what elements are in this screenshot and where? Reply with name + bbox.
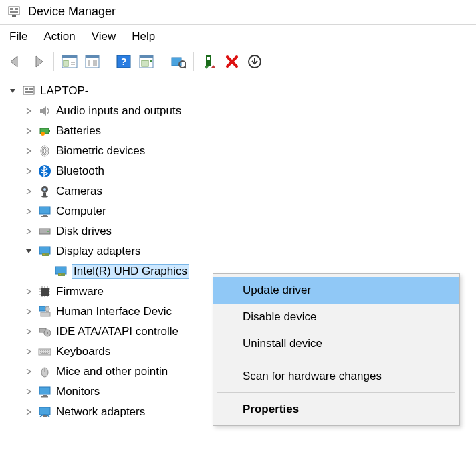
bluetooth-icon xyxy=(37,164,52,179)
monitor-icon xyxy=(37,384,52,399)
ctx-scan-hardware[interactable]: Scan for hardware changes xyxy=(213,363,459,390)
disk-icon xyxy=(37,224,52,239)
chevron-right-icon[interactable] xyxy=(24,126,33,136)
svg-rect-35 xyxy=(39,207,50,214)
ctx-properties[interactable]: Properties xyxy=(213,396,459,423)
tree-item-label: IDE ATA/ATAPI controlle xyxy=(56,325,178,338)
tree-item-computer[interactable]: Computer xyxy=(24,201,476,221)
ctx-update-driver[interactable]: Update driver xyxy=(213,277,459,304)
tree-item-biometric[interactable]: Biometric devices xyxy=(24,141,476,161)
tree-item-label: Keyboards xyxy=(56,345,110,358)
scan-hardware-button[interactable] xyxy=(136,52,156,71)
tree-item-label: Intel(R) UHD Graphics xyxy=(72,265,189,278)
chevron-right-icon[interactable] xyxy=(24,387,33,396)
svg-rect-56 xyxy=(43,395,47,396)
chevron-right-icon[interactable] xyxy=(24,327,33,336)
uninstall-device-button[interactable] xyxy=(222,52,242,71)
menu-help[interactable]: Help xyxy=(132,30,155,43)
svg-point-52 xyxy=(47,332,48,334)
chevron-right-icon[interactable] xyxy=(24,166,33,176)
ctx-separator xyxy=(217,360,455,360)
device-manager-icon xyxy=(7,4,21,19)
svg-point-39 xyxy=(47,231,49,232)
ctx-uninstall-device[interactable]: Uninstall device xyxy=(213,330,459,357)
svg-rect-14 xyxy=(142,60,148,66)
tree-item-display-adapters[interactable]: Display adapters xyxy=(24,241,476,261)
tree-item-label: Monitors xyxy=(56,385,100,398)
show-hide-tree-button[interactable] xyxy=(60,52,80,71)
chevron-right-icon[interactable] xyxy=(24,146,33,156)
camera-icon xyxy=(37,184,52,199)
keyboard-icon xyxy=(37,344,52,359)
window-title: Device Manager xyxy=(28,5,116,19)
svg-rect-57 xyxy=(41,396,48,398)
chevron-right-icon[interactable] xyxy=(24,207,33,216)
tree-item-bluetooth[interactable]: Bluetooth xyxy=(24,161,476,181)
svg-rect-36 xyxy=(43,215,47,216)
svg-rect-55 xyxy=(39,387,50,394)
enable-device-button[interactable] xyxy=(199,52,219,71)
tree-item-label: Cameras xyxy=(56,185,102,198)
back-button[interactable] xyxy=(5,52,25,71)
tree-item-label: Biometric devices xyxy=(56,144,145,158)
chevron-right-icon[interactable] xyxy=(24,227,33,236)
tree-item-disk-drives[interactable]: Disk drives xyxy=(24,221,476,241)
tree-item-label: Firmware xyxy=(56,285,104,298)
chevron-down-icon[interactable] xyxy=(8,86,17,96)
svg-rect-6 xyxy=(62,55,77,58)
svg-rect-48 xyxy=(41,312,50,316)
speaker-icon xyxy=(37,104,52,118)
network-icon xyxy=(37,405,52,419)
install-legacy-button[interactable] xyxy=(245,52,265,71)
chevron-right-icon[interactable] xyxy=(24,106,33,116)
svg-point-32 xyxy=(43,188,46,191)
chevron-down-icon[interactable] xyxy=(24,247,33,256)
svg-rect-20 xyxy=(23,86,34,94)
svg-rect-22 xyxy=(29,88,33,90)
svg-rect-46 xyxy=(41,288,49,296)
tree-item-batteries[interactable]: Batteries xyxy=(24,121,476,141)
svg-text:?: ? xyxy=(121,56,127,67)
forward-button[interactable] xyxy=(28,52,48,71)
svg-point-34 xyxy=(41,196,48,198)
svg-point-26 xyxy=(41,132,45,136)
chevron-right-icon[interactable] xyxy=(24,347,33,356)
menu-action[interactable]: Action xyxy=(43,30,75,43)
battery-icon xyxy=(37,124,52,138)
ide-icon xyxy=(37,324,52,339)
tree-root[interactable]: LAPTOP- xyxy=(8,81,476,101)
chevron-right-icon[interactable] xyxy=(24,187,33,196)
svg-rect-41 xyxy=(42,253,49,256)
svg-rect-7 xyxy=(64,60,68,66)
chevron-right-icon[interactable] xyxy=(24,307,33,316)
tree-item-audio[interactable]: Audio inputs and outputs xyxy=(24,101,476,121)
help-button[interactable]: ? xyxy=(114,52,134,71)
tree-item-label: Batteries xyxy=(56,124,101,138)
svg-rect-45 xyxy=(60,274,61,275)
svg-point-29 xyxy=(43,148,46,154)
svg-rect-23 xyxy=(25,91,33,93)
tree-item-cameras[interactable]: Cameras xyxy=(24,181,476,201)
chevron-right-icon[interactable] xyxy=(24,407,33,417)
toolbar-separator xyxy=(53,52,54,71)
svg-point-49 xyxy=(45,306,49,312)
svg-rect-47 xyxy=(39,306,45,311)
svg-rect-1 xyxy=(10,8,13,10)
menu-file[interactable]: File xyxy=(9,30,27,43)
update-driver-button[interactable] xyxy=(168,52,188,71)
chip-icon xyxy=(37,284,52,299)
display-adapter-icon xyxy=(53,264,68,279)
svg-rect-37 xyxy=(41,216,48,217)
tree-root-label: LAPTOP- xyxy=(40,84,88,98)
mouse-icon xyxy=(37,364,52,379)
properties-button[interactable] xyxy=(82,52,102,71)
ctx-disable-device[interactable]: Disable device xyxy=(213,304,459,330)
chevron-right-icon[interactable] xyxy=(24,367,33,376)
svg-rect-59 xyxy=(43,415,47,417)
toolbar: ? xyxy=(0,49,476,74)
device-tree-area: LAPTOP- Audio inputs and outputs Batteri… xyxy=(0,74,476,422)
tree-item-label: Disk drives xyxy=(56,225,112,238)
chevron-right-icon[interactable] xyxy=(24,287,33,296)
svg-rect-25 xyxy=(49,130,50,132)
menu-view[interactable]: View xyxy=(92,30,116,43)
